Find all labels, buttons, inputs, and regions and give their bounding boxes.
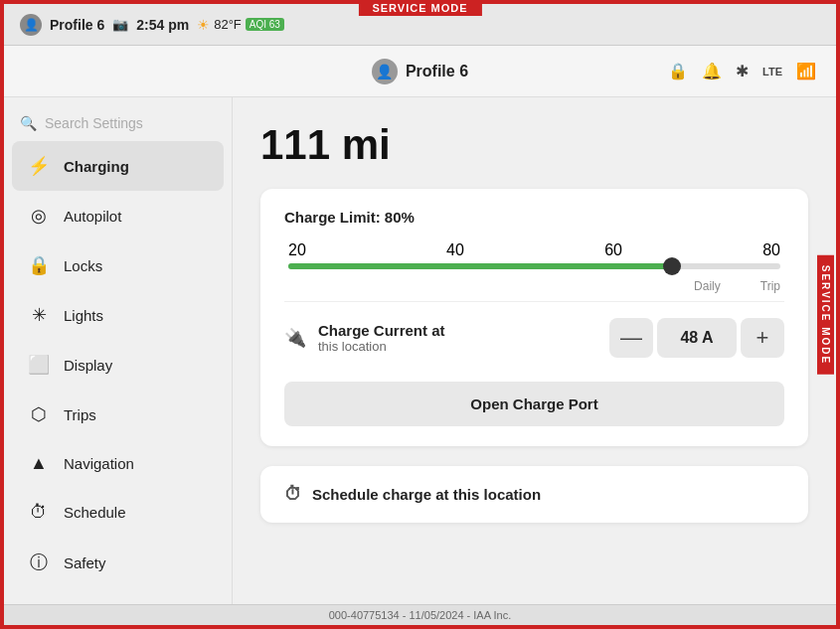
charge-mileage: 111 mi: [260, 121, 808, 169]
header-profile-name: Profile 6: [406, 63, 468, 80]
temperature: 82°F: [214, 17, 242, 32]
avatar: 👤: [20, 14, 42, 36]
decrease-current-button[interactable]: —: [609, 318, 653, 358]
sidebar-item-label: Autopilot: [64, 208, 121, 225]
slider-markers: 20 40 60 80: [284, 241, 784, 259]
schedule-header[interactable]: ⏱ Schedule charge at this location: [284, 484, 784, 505]
watermark-text: 000-40775134 - 11/05/2024 - IAA Inc.: [329, 609, 511, 621]
weather-info: ☀ 82°F AQI 63: [197, 17, 284, 33]
sidebar: 🔍 Search Settings ⚡ Charging ◎ Autopilot…: [4, 97, 233, 604]
sidebar-item-schedule[interactable]: ⏱ Schedule: [12, 488, 224, 537]
daily-label: Daily: [694, 279, 721, 293]
display-icon: ⬜: [28, 354, 50, 376]
sidebar-item-service[interactable]: ⚙ Service: [12, 588, 224, 604]
service-mode-right-banner: SERVICE MODE: [817, 254, 834, 375]
charge-current-label: Charge Current at this location: [318, 322, 609, 354]
marker-40: 40: [446, 241, 464, 259]
header-profile: 👤 Profile 6: [372, 59, 468, 84]
marker-60: 60: [604, 241, 622, 259]
charge-limit-label: Charge Limit: 80%: [284, 209, 784, 226]
schedule-section: ⏱ Schedule charge at this location: [260, 466, 808, 523]
search-icon: 🔍: [20, 115, 37, 131]
slider-fill: [288, 263, 672, 269]
trips-icon: ⬡: [28, 403, 50, 425]
main-content: 111 mi Charge Limit: 80% 20 40 60 80: [233, 97, 836, 604]
slider-thumb[interactable]: [663, 257, 681, 275]
sidebar-item-display[interactable]: ⬜ Display: [12, 340, 224, 390]
safety-icon: ⓘ: [28, 550, 50, 574]
charge-current-row: 🔌 Charge Current at this location — 48 A…: [284, 301, 784, 374]
lock-icon: 🔒: [28, 254, 50, 276]
navigation-icon: ▲: [28, 453, 50, 474]
status-left: 👤 Profile 6 📷 2:54 pm ☀ 82°F AQI 63: [20, 14, 820, 36]
marker-80: 80: [762, 241, 780, 259]
bell-icon: 🔔: [702, 62, 722, 80]
aqi-badge: AQI 63: [246, 18, 284, 31]
sidebar-item-label: Navigation: [64, 455, 134, 472]
status-time: 2:54 pm: [136, 17, 189, 33]
sidebar-item-label: Charging: [64, 158, 129, 175]
slider-limits: Daily Trip: [284, 279, 784, 293]
search-placeholder: Search Settings: [45, 115, 143, 131]
slider-track: [288, 263, 780, 269]
sidebar-item-locks[interactable]: 🔒 Locks: [12, 240, 224, 290]
charge-limit-slider[interactable]: 20 40 60 80 Daily Trip: [284, 241, 784, 293]
profile-icon: 👤: [372, 59, 398, 84]
lock-icon: 🔒: [668, 62, 688, 80]
charge-limit-card: Charge Limit: 80% 20 40 60 80 Daily T: [260, 189, 808, 446]
charging-icon: ⚡: [28, 155, 50, 177]
sun-icon: ☀: [197, 17, 210, 33]
open-charge-port-button[interactable]: Open Charge Port: [284, 382, 784, 426]
sidebar-item-label: Locks: [64, 257, 102, 274]
schedule-clock-icon: ⏱: [284, 484, 302, 505]
status-profile-name: Profile 6: [50, 17, 104, 33]
sidebar-item-label: Lights: [64, 307, 103, 324]
charge-current-value: 48 A: [657, 318, 737, 358]
header-bar: 👤 Profile 6 🔒 🔔 ✱ LTE 📶: [4, 46, 836, 97]
sidebar-item-charging[interactable]: ⚡ Charging: [12, 141, 224, 191]
sidebar-item-label: Schedule: [64, 504, 126, 521]
sidebar-item-navigation[interactable]: ▲ Navigation: [12, 439, 224, 488]
schedule-charge-label: Schedule charge at this location: [312, 486, 541, 503]
lights-icon: ✳: [28, 304, 50, 326]
sidebar-item-trips[interactable]: ⬡ Trips: [12, 390, 224, 439]
trip-label: Trip: [760, 279, 780, 293]
content-area: 🔍 Search Settings ⚡ Charging ◎ Autopilot…: [4, 97, 836, 604]
marker-20: 20: [288, 241, 306, 259]
search-bar[interactable]: 🔍 Search Settings: [4, 105, 232, 141]
sidebar-item-lights[interactable]: ✳ Lights: [12, 290, 224, 340]
sidebar-item-label: Safety: [64, 554, 106, 571]
signal-icon: 📶: [796, 62, 816, 80]
header-icons: 🔒 🔔 ✱ LTE 📶: [668, 62, 816, 80]
main-container: 👤 Profile 6 📷 2:54 pm ☀ 82°F AQI 63 👤 Pr…: [4, 4, 836, 625]
sidebar-item-autopilot[interactable]: ◎ Autopilot: [12, 191, 224, 240]
service-mode-top-banner: SERVICE MODE: [358, 0, 481, 16]
camera-icon: 📷: [112, 17, 128, 32]
increase-current-button[interactable]: +: [741, 318, 784, 358]
plug-icon: 🔌: [284, 327, 306, 349]
autopilot-icon: ◎: [28, 205, 50, 227]
sidebar-item-label: Trips: [64, 406, 96, 423]
bottom-bar: 000-40775134 - 11/05/2024 - IAA Inc.: [4, 604, 836, 625]
lte-indicator: LTE: [762, 66, 782, 78]
sidebar-item-label: Display: [64, 357, 112, 374]
charge-control: — 48 A +: [609, 318, 784, 358]
schedule-icon: ⏱: [28, 502, 50, 523]
sidebar-item-safety[interactable]: ⓘ Safety: [12, 537, 224, 588]
bluetooth-icon: ✱: [736, 62, 749, 80]
